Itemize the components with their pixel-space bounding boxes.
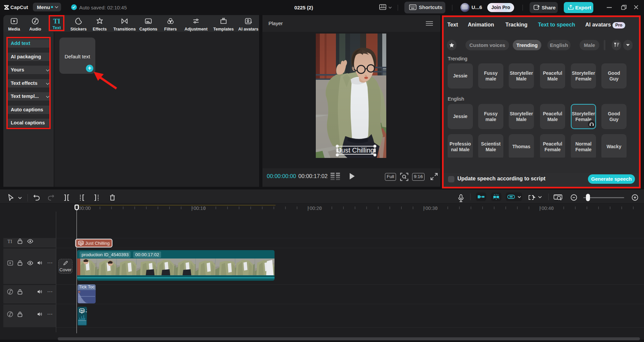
svg-text:Just Chilling: Just Chilling <box>338 147 374 154</box>
svg-text:Aa: Aa <box>80 309 84 312</box>
svg-text:Aa: Aa <box>79 241 83 244</box>
